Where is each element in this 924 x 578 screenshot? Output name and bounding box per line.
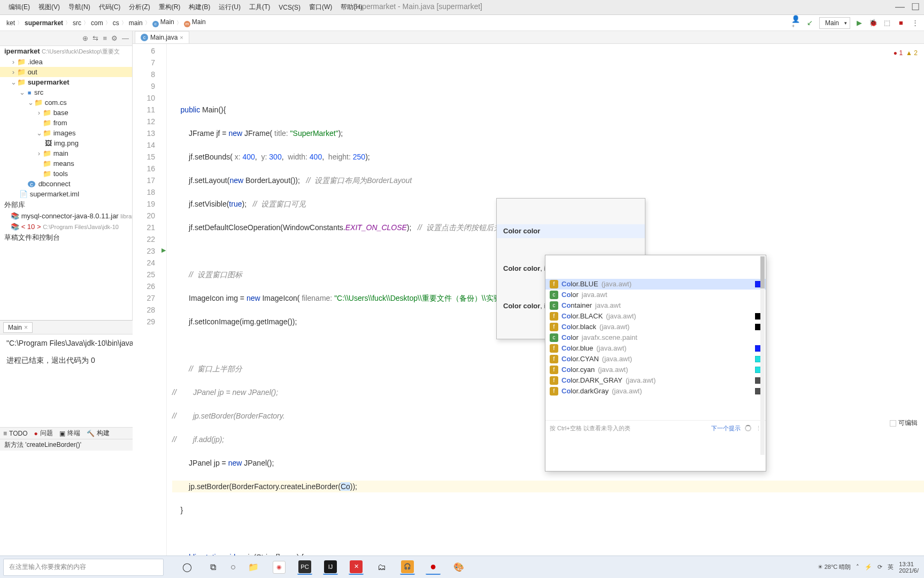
error-indicator[interactable]: ● 1 (894, 47, 903, 59)
app-red-icon[interactable]: ✕ (349, 560, 364, 575)
minimize-icon[interactable]: — (895, 1, 905, 13)
weather-icon[interactable]: ☀ 28°C 晴朗 (818, 563, 851, 571)
completion-item[interactable]: fColor.CYAN(java.awt) (545, 354, 766, 364)
tool-build[interactable]: 🔨 构建 (87, 429, 110, 438)
chrome-icon[interactable]: ◉ (272, 560, 287, 575)
tree-supermarket[interactable]: ⌄📁 supermarket (0, 77, 132, 87)
project-tree[interactable]: ipermarket C:\Users\fuck\Desktop\重要文 ›📁 … (0, 46, 132, 320)
completion-item[interactable]: fColor.BLUE(java.awt) (545, 279, 766, 290)
pycharm-icon[interactable]: PC (297, 560, 312, 575)
bc-method[interactable]: Main (182, 18, 208, 27)
tool-todo[interactable]: ≡ TODO (3, 430, 27, 437)
editor-tab[interactable]: c Main.java × (135, 31, 189, 43)
tree-dbconn[interactable]: c dbconnect (0, 179, 132, 189)
tree-scratch[interactable]: 草稿文件和控制台 (0, 232, 132, 244)
clock[interactable]: 13:312021/6/ (899, 561, 919, 574)
menu-nav[interactable]: 导航(N) (64, 2, 95, 13)
sync-tray-icon[interactable]: ⟳ (877, 564, 882, 571)
menu-vcs[interactable]: VCS(S) (274, 3, 305, 12)
bc-main[interactable]: main (127, 19, 145, 27)
code-area[interactable]: public Main(){ JFrame jf = new JFrame( t… (167, 44, 924, 578)
editor[interactable]: ● 1 ▲ 2 67891011121314151617181920212223… (133, 44, 924, 578)
bc-src[interactable]: src (71, 19, 83, 27)
maximize-icon[interactable]: ☐ (911, 1, 920, 13)
run-button[interactable]: ▶ (854, 18, 864, 28)
tree-means[interactable]: 📁 means (0, 158, 132, 169)
tree-out[interactable]: ›📁 out (0, 67, 132, 77)
menu-code[interactable]: 代码(C) (95, 2, 125, 13)
bc-proj[interactable]: supermarket (22, 19, 65, 27)
menu-tools[interactable]: 工具(T) (245, 2, 274, 13)
tree-imgpng[interactable]: 🖼 img.png (0, 138, 132, 148)
system-tray[interactable]: ☀ 28°C 晴朗 ˄ ⚡ ⟳ 英 13:312021/6/ (818, 561, 924, 574)
completion-popup[interactable]: fColor.BLUE(java.awt)cColorjava.awtcCont… (545, 255, 766, 471)
expand-icon[interactable]: ⇆ (93, 34, 98, 42)
tree-root[interactable]: ipermarket C:\Users\fuck\Desktop\重要文 (0, 46, 132, 57)
tree-images[interactable]: ⌄📁 images (0, 128, 132, 138)
collapse-icon[interactable]: ≡ (103, 34, 107, 42)
tree-tools[interactable]: 📁 tools (0, 169, 132, 179)
bc-class[interactable]: Main (150, 18, 176, 27)
task-view-icon[interactable]: ◯ (180, 560, 195, 575)
tree-main[interactable]: ›📁 main (0, 148, 132, 158)
app-orange-icon[interactable]: 🎧 (400, 560, 415, 575)
add-user-icon[interactable]: 👤⁺ (791, 18, 801, 28)
bc-root[interactable]: ket (4, 19, 17, 27)
completion-item[interactable]: fColor.black(java.awt) (545, 322, 766, 332)
menu-edit[interactable]: 编辑(E) (4, 2, 34, 13)
menu-window[interactable]: 窗口(W) (305, 2, 336, 13)
completion-item[interactable]: cContainerjava.awt (545, 300, 766, 311)
completion-item[interactable]: fColor.DARK_GRAY(java.awt) (545, 375, 766, 386)
menu-view[interactable]: 视图(V) (34, 2, 64, 13)
run-config-select[interactable]: Main (819, 17, 850, 29)
menu-analyze[interactable]: 分析(Z) (125, 2, 154, 13)
close-tab-icon[interactable]: × (180, 34, 183, 41)
explorer-icon[interactable]: 🗂 (374, 560, 389, 575)
completion-item[interactable]: fColor.BLACK(java.awt) (545, 311, 766, 322)
completion-scrollbar[interactable] (760, 256, 765, 455)
intellij-icon[interactable]: IJ (323, 560, 338, 575)
ime-icon[interactable]: 英 (888, 563, 894, 571)
warn-indicator[interactable]: ▲ 2 (906, 47, 918, 59)
more-button[interactable]: ⋮ (910, 18, 920, 28)
completion-next[interactable]: 下一个提示 (711, 422, 741, 434)
hide-icon[interactable]: — (122, 34, 129, 42)
menu-build[interactable]: 构建(B) (184, 2, 214, 13)
tree-src[interactable]: ⌄■src (0, 87, 132, 97)
tool-terminal[interactable]: ▣ 终端 (59, 429, 80, 438)
debug-button[interactable]: 🐞 (868, 18, 878, 28)
locate-icon[interactable]: ⊕ (82, 34, 88, 42)
folder-icon[interactable]: 📁 (246, 560, 261, 575)
fold-gutter[interactable] (159, 44, 167, 578)
record-icon[interactable]: ● (426, 560, 441, 575)
task-timeline-icon[interactable]: ⧉ (205, 560, 220, 575)
tree-ext[interactable]: 外部库 (0, 199, 132, 211)
tree-jdk[interactable]: 📚 < 10 > C:\Program Files\Java\jdk-10 (0, 222, 132, 232)
gear-icon[interactable]: ⚙ (111, 34, 118, 42)
completion-item[interactable]: fColor.cyan(java.awt) (545, 364, 766, 375)
run-gutter-icon[interactable]: ▶ (161, 244, 166, 256)
tree-comcs[interactable]: ⌄📁 com.cs (0, 97, 132, 108)
tool-problems[interactable]: ● 问题 (34, 429, 52, 438)
paint-icon[interactable]: 🎨 (451, 560, 466, 575)
param-row[interactable]: Color color (497, 224, 645, 238)
taskbar-search[interactable]: 在这里输入你要搜索的内容 (3, 559, 164, 576)
run-tab[interactable]: Main × (3, 322, 33, 333)
tree-iml[interactable]: 📄 supermarket.iml (0, 189, 132, 199)
charging-icon[interactable]: ⚡ (865, 564, 872, 571)
tree-base[interactable]: ›📁 base (0, 108, 132, 118)
bc-com[interactable]: com (89, 19, 105, 27)
bc-cs[interactable]: cs (111, 19, 121, 27)
menu-refactor[interactable]: 重构(R) (155, 2, 185, 13)
task-cortana-icon[interactable] (231, 565, 235, 569)
tray-chevron-icon[interactable]: ˄ (856, 564, 859, 571)
stop-button[interactable]: ■ (896, 18, 906, 28)
sync-icon[interactable]: ↙ (805, 18, 815, 28)
completion-item[interactable]: cColorjavafx.scene.paint (545, 332, 766, 343)
menu-run[interactable]: 运行(U) (214, 2, 245, 13)
completion-item[interactable]: fColor.blue(java.awt) (545, 343, 766, 354)
tree-idea[interactable]: ›📁 .idea (0, 57, 132, 67)
completion-item[interactable]: fColor.darkGray(java.awt) (545, 386, 766, 397)
coverage-button[interactable]: ⬚ (882, 18, 892, 28)
completion-item[interactable]: cColorjava.awt (545, 290, 766, 300)
